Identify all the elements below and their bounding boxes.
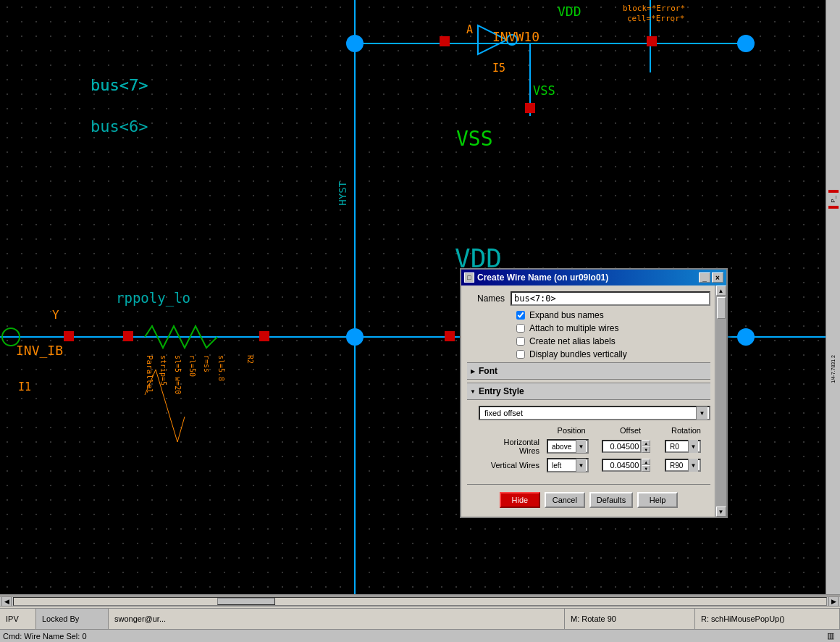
h-scroll-thumb[interactable] bbox=[217, 598, 275, 605]
svg-rect-10 bbox=[525, 103, 535, 113]
sl2-label: sl=5.8 bbox=[217, 355, 225, 381]
svg-point-12 bbox=[737, 35, 755, 52]
invw10-label: INVW10 bbox=[492, 29, 539, 44]
ipv-segment: IPV bbox=[0, 609, 36, 629]
minimize-button[interactable]: _ bbox=[699, 272, 710, 283]
locked-by-label: Locked By bbox=[42, 614, 79, 623]
create-net-alias-checkbox[interactable] bbox=[516, 337, 525, 346]
names-input[interactable] bbox=[511, 291, 710, 306]
rotate-label: M: Rotate 90 bbox=[571, 614, 616, 623]
entry-style-arrow-icon: ▼ bbox=[467, 385, 479, 397]
status-bottom: IPV Locked By swonger@ur... M: Rotate 90… bbox=[0, 609, 840, 629]
dialog-scrollbar[interactable]: ▲ ▼ bbox=[715, 285, 726, 517]
vertical-offset-input[interactable] bbox=[602, 459, 642, 472]
attach-multiple-checkbox[interactable] bbox=[516, 324, 525, 333]
status-bar: ◀ ▶ IPV Locked By swonger@ur... M: Rotat… bbox=[0, 594, 840, 642]
vertical-rotation-value: R90 bbox=[668, 462, 683, 470]
horizontal-offset-cell: ▲ ▼ bbox=[599, 436, 662, 457]
entry-style-content: fixed offset ▼ Position Offset Rotation bbox=[467, 403, 710, 481]
red-bar-1 bbox=[828, 190, 839, 193]
vss-label-big: VSS bbox=[456, 127, 493, 151]
horizontal-rotation-cell: R0 ▼ bbox=[662, 436, 710, 457]
scroll-up-btn[interactable]: ▲ bbox=[716, 285, 726, 296]
entry-style-section-title: Entry Style bbox=[479, 386, 524, 396]
entry-style-dropdown-arrow[interactable]: ▼ bbox=[696, 407, 707, 420]
locked-by-label-segment: Locked By bbox=[36, 609, 109, 629]
scroll-left-btn[interactable]: ◀ bbox=[1, 596, 12, 606]
create-wire-name-dialog: ▲ ▼ □ Create Wire Name (on ur09lo01) _ ×… bbox=[460, 268, 728, 518]
bus6-label: bus<6> bbox=[91, 117, 148, 136]
cancel-button[interactable]: Cancel bbox=[545, 492, 585, 508]
rl-label: rl=50 bbox=[188, 355, 196, 377]
dialog-body: Names Expand bus names Attach to multipl… bbox=[461, 285, 726, 517]
vertical-position-select[interactable]: left ▼ bbox=[547, 458, 589, 472]
red-bar-2 bbox=[828, 206, 839, 209]
vertical-position-cell: left ▼ bbox=[544, 457, 599, 474]
hide-button[interactable]: Hide bbox=[500, 492, 540, 508]
entry-style-value: fixed offset bbox=[482, 409, 523, 417]
help-button[interactable]: Help bbox=[637, 492, 678, 508]
col-label-header bbox=[479, 425, 544, 436]
bus7-label: bus<7> bbox=[91, 76, 148, 94]
display-bundles-label: Display bundles vertically bbox=[529, 349, 627, 359]
defaults-button[interactable]: Defaults bbox=[589, 492, 633, 508]
rss-label: r=ss bbox=[203, 355, 211, 372]
wire-settings-table: Position Offset Rotation Horizontal Wire… bbox=[479, 425, 710, 474]
ipv-label: IPV bbox=[6, 614, 19, 623]
vdd-label-top: VDD bbox=[558, 4, 581, 19]
h-scroll-track bbox=[13, 597, 827, 606]
vertical-offset-up[interactable]: ▲ bbox=[642, 459, 650, 465]
horizontal-scrollbar[interactable]: ◀ ▶ bbox=[0, 596, 840, 606]
horizontal-offset-input[interactable] bbox=[602, 440, 642, 453]
horizontal-wires-label: Horizontal Wires bbox=[479, 436, 544, 457]
horizontal-offset-down[interactable]: ▼ bbox=[642, 446, 650, 453]
panel-numbers: -7.7831 2 bbox=[831, 355, 836, 377]
vertical-rotation-arrow[interactable]: ▼ bbox=[688, 459, 698, 472]
scroll-thumb[interactable] bbox=[717, 297, 726, 319]
svg-rect-17 bbox=[123, 331, 133, 341]
rotate-segment: M: Rotate 90 bbox=[565, 609, 695, 629]
attach-multiple-row: Attach to multiple wires bbox=[467, 323, 710, 333]
close-button[interactable]: × bbox=[712, 272, 723, 283]
entry-style-section-header[interactable]: ▼ Entry Style bbox=[467, 383, 710, 400]
rppoly-label: rppoly_lo bbox=[116, 290, 190, 306]
locked-user-segment: swonger@ur... bbox=[109, 609, 565, 629]
horizontal-offset-up[interactable]: ▲ bbox=[642, 440, 650, 446]
font-section-title: Font bbox=[479, 366, 497, 376]
font-section-header[interactable]: ▶ Font bbox=[467, 362, 710, 380]
i1-label: I1 bbox=[18, 380, 31, 393]
svg-point-14 bbox=[737, 328, 755, 346]
mouse-popup-label: R: schHiMousePopUp() bbox=[701, 614, 785, 623]
panel-text-1: P_ bbox=[830, 196, 836, 203]
vertical-rotation-select[interactable]: R90 ▼ bbox=[665, 459, 701, 472]
vertical-position-arrow[interactable]: ▼ bbox=[576, 459, 586, 472]
vertical-offset-cell: ▲ ▼ bbox=[599, 457, 662, 474]
cmd-bar: Cmd: Wire Name Sel: 0 ▥ bbox=[0, 629, 840, 642]
vertical-position-value: left bbox=[550, 462, 561, 470]
dialog-titlebar: □ Create Wire Name (on ur09lo01) _ × bbox=[461, 270, 726, 285]
vertical-offset-down[interactable]: ▼ bbox=[642, 465, 650, 472]
horizontal-position-arrow[interactable]: ▼ bbox=[576, 440, 586, 453]
display-bundles-checkbox[interactable] bbox=[516, 350, 525, 359]
expand-bus-row: Expand bus names bbox=[467, 310, 710, 320]
hyst-label: HYST bbox=[337, 181, 348, 206]
names-label: Names bbox=[467, 293, 511, 304]
r2-label: R2 bbox=[246, 355, 254, 364]
locked-user-text: swonger@ur... bbox=[114, 614, 166, 623]
expand-bus-checkbox[interactable] bbox=[516, 311, 525, 320]
horizontal-position-select[interactable]: above ▼ bbox=[547, 439, 589, 454]
scroll-down-btn[interactable]: ▼ bbox=[716, 506, 726, 517]
entry-style-select[interactable]: fixed offset ▼ bbox=[479, 406, 710, 420]
i5-label: I5 bbox=[492, 62, 505, 75]
svg-marker-6 bbox=[478, 25, 507, 54]
dialog-title-text: Create Wire Name (on ur09lo01) bbox=[477, 272, 608, 283]
vertical-wires-row: Vertical Wires left ▼ ▲ bbox=[479, 457, 710, 474]
scroll-right-btn[interactable]: ▶ bbox=[828, 596, 839, 606]
cmd-label: Cmd: Wire Name Sel: 0 bbox=[3, 632, 87, 641]
vertical-offset-group: ▲ ▼ bbox=[602, 459, 659, 472]
vertical-offset-spinner: ▲ ▼ bbox=[642, 459, 650, 472]
entry-style-select-row: fixed offset ▼ bbox=[479, 406, 710, 420]
horizontal-rotation-select[interactable]: R0 ▼ bbox=[665, 440, 701, 453]
vss-label-top: VSS bbox=[533, 83, 555, 98]
horizontal-rotation-arrow[interactable]: ▼ bbox=[688, 440, 698, 453]
